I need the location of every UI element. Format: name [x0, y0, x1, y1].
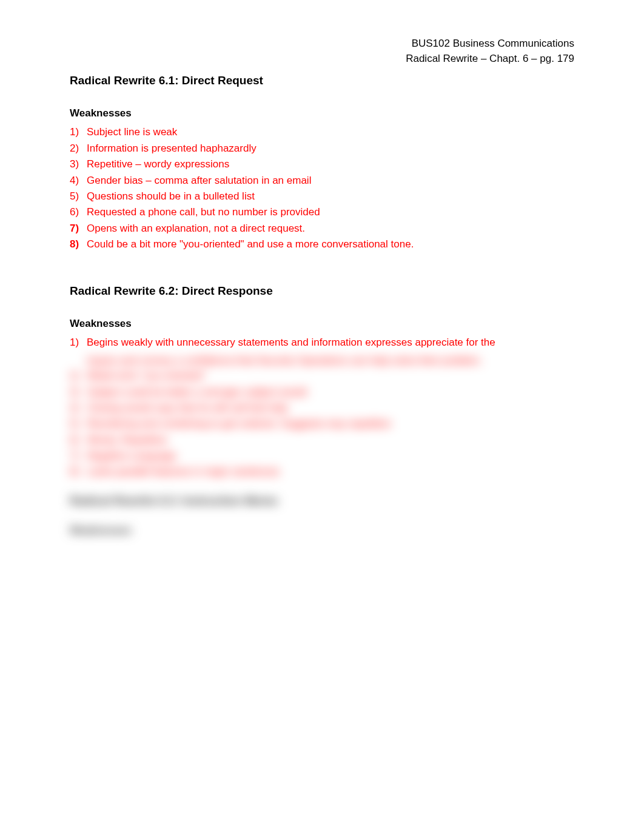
list-item: 3)Repetitive – wordy expressions	[70, 156, 574, 172]
section-6-2-title: Radical Rewrite 6.2: Direct Response	[70, 283, 574, 300]
list-item: 2)Information is presented haphazardly	[70, 141, 574, 156]
document-header: BUS102 Business Communications Radical R…	[324, 36, 574, 66]
list-item: 7)Opens with an explanation, not a direc…	[70, 221, 574, 236]
weaknesses-heading-1: Weaknesses	[70, 106, 574, 121]
chapter-page-ref: Radical Rewrite – Chapt. 6 – pg. 179	[324, 52, 574, 67]
list-item: 4)Gender bias – comma after salutation i…	[70, 173, 574, 189]
list-item: 1)Begins weakly with unnecessary stateme…	[70, 335, 574, 350]
list-item: 1)Subject line is weak	[70, 124, 574, 140]
weaknesses-heading-2: Weaknesses	[70, 317, 574, 332]
list-item: 6)Requested a phone call, but no number …	[70, 204, 574, 220]
blurred-item: 4)Closing would copy that he will call t…	[70, 400, 574, 416]
list-item: 8)Could be a bit more "you-oriented" and…	[70, 236, 574, 252]
blurred-weaknesses-heading: Weaknesses	[70, 523, 574, 538]
blurred-item: 8)Lacks parallel features in major sente…	[70, 464, 574, 480]
section-6-1-title: Radical Rewrite 6.1: Direct Request	[70, 72, 574, 89]
blurred-item: 3)Subject could be better a stronger sub…	[70, 384, 574, 400]
blurred-item: 5)Reordering and combining to get ordere…	[70, 416, 574, 432]
weaknesses-list-2: 1)Begins weakly with unnecessary stateme…	[70, 335, 574, 350]
blurred-content: inquiry and convey a confidence that Sec…	[70, 354, 574, 538]
blurred-continuation: inquiry and convey a confidence that Sec…	[70, 354, 574, 369]
blurred-section-title: Radical Rewrite 6.3: Instruction Memo	[70, 492, 574, 509]
blurred-item: 7)Negative Language	[70, 448, 574, 464]
blurred-item: 6)Wordy, Repetitive	[70, 432, 574, 448]
list-item: 5)Questions should be in a bulleted list	[70, 189, 574, 204]
blurred-item: 2)Weak echo "you-oriented"	[70, 368, 574, 384]
course-title: BUS102 Business Communications	[324, 36, 574, 52]
weaknesses-list-1: 1)Subject line is weak 2)Information is …	[70, 124, 574, 252]
